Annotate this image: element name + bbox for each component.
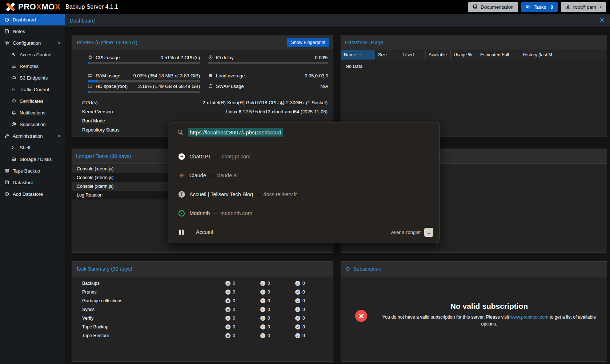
suggestion-chatgpt[interactable]: ChatGPT—chatgpt.com [168,147,439,166]
sidebar-item-label: Access Control [20,52,51,57]
task-summary-body: Backups ×0 !0 ✓0 Prunes ×0 !0 ✓0 Garbage… [72,276,333,361]
ok-count[interactable]: 0 [302,333,305,338]
suggestion-accueil-tab[interactable]: Accueil Aller à l'onglet → [168,223,439,242]
suggestion-modrinth[interactable]: Modrinth—modrinth.com [168,204,439,223]
error-count[interactable]: 0 [233,324,235,329]
tasks-button[interactable]: Tasks 0 [521,2,558,12]
wrench-icon [4,133,9,138]
tab-favicon [178,229,185,235]
ok-icon: ✓ [295,290,300,295]
sort-ascending-icon: ↑ [359,52,361,57]
task-summary-title: Task Summary (30 days) [76,266,132,272]
column-header-estimated-full[interactable]: Estimated Full [477,50,520,60]
error-count[interactable]: 0 [233,290,235,295]
ok-count[interactable]: 0 [302,324,305,329]
summary-row-verify: Verify ×0 !0 ✓0 [82,314,328,323]
error-count[interactable]: 0 [233,316,235,321]
error-icon: × [225,290,230,295]
warning-count[interactable]: 0 [268,290,270,295]
datastore-usage-header: Datastore Usage [341,35,607,50]
brand-text: PROXMOX [18,2,60,12]
warning-count[interactable]: 0 [268,307,270,312]
subscription-title: Subscription [353,266,381,272]
ok-count[interactable]: 0 [302,290,305,295]
column-header-history[interactable]: History (last M... [520,50,607,60]
ok-icon: ✓ [295,324,300,329]
sidebar-item-label: Administration [13,133,43,139]
breadcrumb: Dashboard [70,18,95,24]
summary-label: Verify [82,316,93,321]
error-count[interactable]: 0 [233,307,235,312]
ok-icon: ✓ [295,281,300,286]
gauge-label: SWAP usage [216,84,244,89]
proxmox-backup-server-window: PROXMOX Backup Server 4.1.1 Documentatio… [0,0,610,364]
sidebar-item-shell[interactable]: Shell [0,142,65,153]
server-stack-icon [11,64,16,69]
error-count[interactable]: 0 [233,281,235,286]
chevron-down-icon: ▾ [600,5,602,9]
suggestion-tellserv[interactable]: Accueil | Tellserv Tech Blog—docs.tellse… [168,185,439,204]
sidebar-item-administration[interactable]: Administration ▾ [0,130,65,142]
ok-count[interactable]: 0 [302,298,305,303]
arrow-right-button[interactable]: → [424,228,433,237]
column-header-usage-pct[interactable]: Usage % [451,50,477,60]
warning-count[interactable]: 0 [268,324,270,329]
sidebar-item-s3-endpoints[interactable]: S3 Endpoints [0,72,65,84]
proxmox-link[interactable]: www.proxmox.com [510,315,549,320]
warning-icon: ! [260,324,265,329]
column-header-size[interactable]: Size [375,50,400,60]
ok-count[interactable]: 0 [302,316,305,321]
sidebar-item-storage-disks[interactable]: Storage / Disks [0,153,65,165]
column-header-used[interactable]: Used [400,50,426,60]
error-count[interactable]: 0 [233,333,235,338]
sidebar-item-datastore[interactable]: Datastore [0,177,65,188]
warning-count[interactable]: 0 [268,281,270,286]
datastore-table-header: Name↑ Size Used Available Usage % Estima… [341,50,607,60]
sidebar-item-notifications[interactable]: Notifications [0,107,65,118]
ok-count[interactable]: 0 [302,307,305,312]
key-icon [11,52,16,57]
error-icon: × [225,333,230,338]
sidebar-item-configuration[interactable]: Configuration ▾ [0,37,65,49]
sidebar-item-dashboard[interactable]: Dashboard [0,14,65,25]
suggestion-separator: — [209,173,214,178]
error-count[interactable]: 0 [233,298,235,303]
suggestion-domain: docs.tellserv.fr [263,191,297,197]
column-header-available[interactable]: Available [426,50,451,60]
documentation-button[interactable]: Documentation [468,2,518,12]
suggestion-claude[interactable]: Claude—claude.ai [168,166,439,185]
user-menu-button[interactable]: root@pam ▾ [561,2,606,12]
error-icon: × [225,281,230,286]
settings-gear-icon[interactable] [599,17,605,24]
summary-row-prunes: Prunes ×0 !0 ✓0 [82,288,328,296]
sidebar-item-traffic-control[interactable]: Traffic Control [0,84,65,95]
warning-count[interactable]: 0 [268,333,270,338]
suggestion-domain: claude.ai [216,173,237,178]
sidebar-item-label: Certificates [20,98,43,104]
note-icon [4,29,9,34]
sidebar-item-access-control[interactable]: Access Control [0,49,65,60]
info-value: 2 x Intel(R) Xeon(R) Gold 5118 CPU @ 2.3… [202,100,328,105]
proxmox-logo-icon [4,1,17,12]
suggestion-separator: — [256,191,261,197]
warning-count[interactable]: 0 [268,316,270,321]
sidebar-item-label: S3 Endpoints [20,75,48,81]
brand-x: X [55,2,60,11]
show-fingerprint-button[interactable]: Show Fingerprint [287,38,330,47]
sidebar-item-certificates[interactable]: Certificates [0,95,65,107]
sidebar-item-subscription[interactable]: Subscription [0,118,65,130]
url-input-selected-text[interactable]: https://localhost:8007/#pbsDashboard [188,128,283,137]
cloud-upload-icon [11,75,16,80]
archive-box-icon [4,180,9,185]
sidebar-item-add-datastore[interactable]: Add Datastore [0,188,65,200]
gauge-value: N/A [320,84,328,89]
ok-count[interactable]: 0 [302,281,305,286]
sidebar-item-remotes[interactable]: Remotes [0,60,65,72]
suggestion-domain: chatgpt.com [222,154,250,159]
sidebar-item-tape-backup[interactable]: Tape Backup [0,165,65,177]
warning-count[interactable]: 0 [268,298,270,303]
column-header-name[interactable]: Name↑ [341,50,375,60]
sidebar-item-notes[interactable]: Notes [0,25,65,37]
gauge-label: RAM usage [96,73,120,78]
warning-icon: ! [260,281,265,286]
